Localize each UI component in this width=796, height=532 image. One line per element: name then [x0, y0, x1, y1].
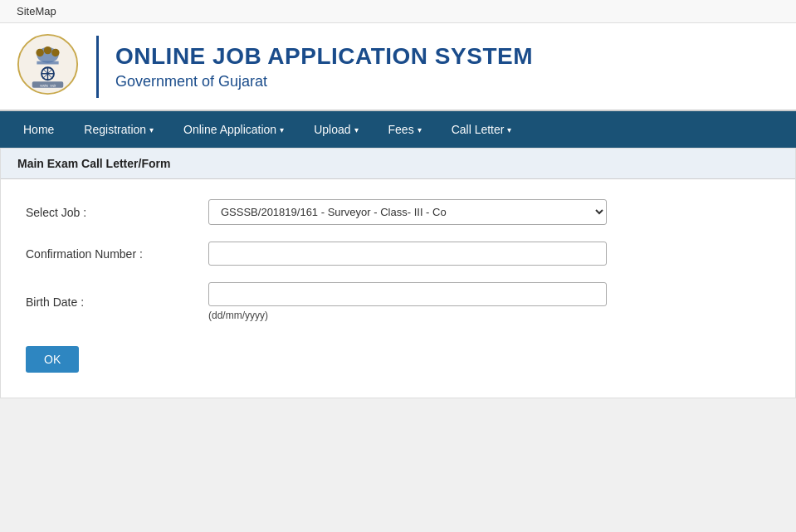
main-nav: Home Registration ▾ Online Application ▾… [0, 111, 796, 148]
birth-date-label: Birth Date : [26, 295, 208, 309]
date-hint: (dd/mm/yyyy) [208, 310, 607, 321]
chevron-down-icon: ▾ [280, 125, 284, 134]
header-divider [96, 36, 99, 98]
form-section: Select Job : GSSSB/201819/161 - Surveyor… [1, 179, 795, 398]
confirmation-label: Confirmation Number : [26, 247, 208, 261]
nav-registration[interactable]: Registration ▾ [69, 111, 168, 148]
nav-call-letter[interactable]: Call Letter ▾ [437, 111, 527, 148]
emblem-icon: सत्यमेव जयते [17, 33, 79, 95]
app-title: ONLINE JOB APPLICATION SYSTEM [115, 43, 533, 70]
select-job-label: Select Job : [26, 206, 208, 219]
select-job-dropdown[interactable]: GSSSB/201819/161 - Surveyor - Class- III… [208, 199, 607, 225]
select-job-row: Select Job : GSSSB/201819/161 - Surveyor… [26, 199, 770, 225]
header-text: ONLINE JOB APPLICATION SYSTEM Government… [115, 43, 533, 90]
confirmation-row: Confirmation Number : [26, 242, 770, 266]
page-title: Main Exam Call Letter/Form [17, 157, 170, 170]
sitemap-link[interactable]: SiteMap [17, 5, 56, 17]
svg-point-5 [51, 49, 59, 56]
app-subtitle: Government of Gujarat [115, 73, 533, 90]
confirmation-input[interactable] [208, 242, 607, 266]
header: सत्यमेव जयते ONLINE JOB APPLICATION SYST… [0, 23, 796, 111]
nav-upload[interactable]: Upload ▾ [299, 111, 373, 148]
logo: सत्यमेव जयते [17, 33, 83, 100]
chevron-down-icon: ▾ [149, 125, 154, 134]
nav-online-application[interactable]: Online Application ▾ [168, 111, 299, 148]
topbar: SiteMap [0, 0, 796, 23]
chevron-down-icon: ▾ [507, 125, 511, 134]
birth-date-wrapper: (dd/mm/yyyy) [208, 282, 607, 321]
chevron-down-icon: ▾ [418, 125, 422, 134]
chevron-down-icon: ▾ [354, 125, 359, 134]
birth-date-row: Birth Date : (dd/mm/yyyy) [26, 282, 770, 321]
svg-rect-2 [37, 61, 58, 65]
svg-point-4 [44, 46, 51, 54]
main-content: Main Exam Call Letter/Form Select Job : … [0, 148, 796, 398]
select-job-wrapper: GSSSB/201819/161 - Surveyor - Class- III… [208, 199, 607, 225]
nav-home[interactable]: Home [8, 111, 69, 148]
ok-button[interactable]: OK [26, 346, 79, 373]
confirmation-wrapper [208, 242, 607, 266]
birth-date-input[interactable] [208, 282, 607, 306]
svg-point-3 [36, 49, 43, 56]
nav-fees[interactable]: Fees ▾ [374, 111, 437, 148]
page-title-bar: Main Exam Call Letter/Form [1, 149, 795, 179]
svg-text:सत्यमेव जयते: सत्यमेव जयते [39, 84, 56, 88]
